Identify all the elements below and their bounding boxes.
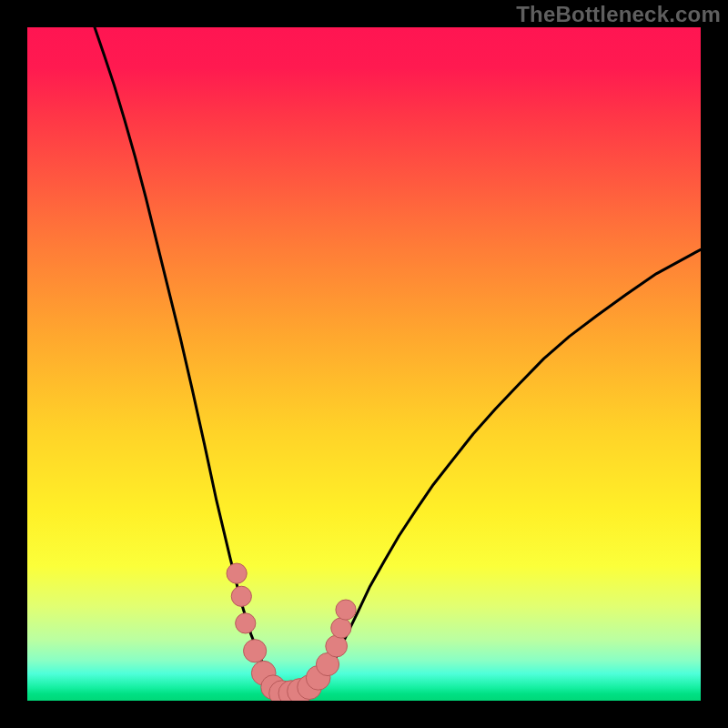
- data-marker: [236, 613, 256, 633]
- data-marker: [227, 563, 247, 583]
- data-marker: [331, 618, 351, 638]
- curve-overlay: [27, 27, 701, 701]
- chart-frame: TheBottleneck.com: [0, 0, 728, 728]
- watermark-text: TheBottleneck.com: [516, 2, 721, 27]
- data-marker: [336, 600, 356, 620]
- data-marker: [244, 640, 267, 662]
- data-marker: [326, 635, 348, 657]
- marker-group: [227, 563, 356, 701]
- bottleneck-curve-left: [95, 27, 285, 697]
- bottleneck-curve-right: [308, 249, 701, 697]
- data-marker: [231, 586, 251, 606]
- plot-area: [27, 27, 701, 701]
